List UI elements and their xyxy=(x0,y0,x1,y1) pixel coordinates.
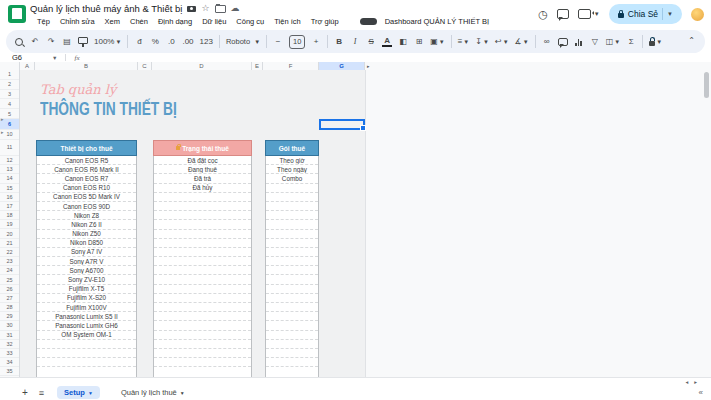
package-cell[interactable] xyxy=(266,303,318,312)
row-header[interactable]: 20 xyxy=(0,229,19,238)
row-header[interactable]: 16 xyxy=(0,193,19,202)
device-cell[interactable]: Sony ZV-E10 xyxy=(37,275,136,284)
status-cell[interactable] xyxy=(154,257,251,266)
merge-cells-icon[interactable]: ▣▼ xyxy=(430,38,445,46)
status-cell[interactable] xyxy=(154,358,251,367)
row-header[interactable]: 28 xyxy=(0,303,19,312)
device-cell[interactable] xyxy=(37,349,136,358)
row-group-collapse-icon[interactable]: ▸ xyxy=(1,130,4,135)
package-cell[interactable] xyxy=(266,239,318,248)
row-header[interactable]: 1 xyxy=(0,70,19,80)
tab-setup[interactable]: Setup▼ xyxy=(57,386,100,399)
select-all-corner[interactable] xyxy=(0,62,20,70)
package-cell[interactable] xyxy=(266,257,318,266)
row-header[interactable]: 30 xyxy=(0,321,19,330)
device-cell[interactable]: Panasonic Lumix GH6 xyxy=(37,321,136,330)
status-cell[interactable] xyxy=(154,312,251,321)
borders-icon[interactable]: ⊞ xyxy=(414,38,424,46)
status-cell[interactable] xyxy=(154,239,251,248)
package-cell[interactable] xyxy=(266,211,318,220)
row-header[interactable]: 23 xyxy=(0,257,19,266)
device-cell[interactable] xyxy=(37,340,136,349)
col-header-f[interactable]: F xyxy=(263,62,319,70)
redo-icon[interactable]: ↷ xyxy=(46,38,56,46)
device-cell[interactable]: Fujifilm X-T5 xyxy=(37,285,136,294)
device-cell[interactable]: Sony A7R V xyxy=(37,257,136,266)
increase-decimal-icon[interactable]: .00 xyxy=(182,38,193,46)
row-header[interactable]: 34 xyxy=(0,358,19,367)
package-cell[interactable] xyxy=(266,358,318,367)
comments-icon[interactable] xyxy=(557,9,569,19)
row-header[interactable]: 33 xyxy=(0,349,19,358)
package-cell[interactable] xyxy=(266,184,318,193)
italic-icon[interactable]: I xyxy=(350,38,360,46)
undo-icon[interactable]: ↶ xyxy=(30,38,40,46)
meet-dropdown-icon[interactable]: ▼ xyxy=(594,11,600,17)
device-cell[interactable]: Nikon Z50 xyxy=(37,230,136,239)
status-cell[interactable] xyxy=(154,230,251,239)
vertical-scrollbar[interactable] xyxy=(704,72,709,372)
col-header-c[interactable]: C xyxy=(138,62,152,70)
package-cell[interactable]: Theo ngày xyxy=(266,165,318,174)
status-cell[interactable]: Đã hủy xyxy=(154,184,251,193)
status-cell[interactable] xyxy=(154,321,251,330)
table-views-icon[interactable]: ◫▼ xyxy=(606,38,621,46)
device-cell[interactable]: Canon EOS R7 xyxy=(37,174,136,183)
status-cell[interactable] xyxy=(154,303,251,312)
device-cell[interactable]: Fujifilm X-S20 xyxy=(37,294,136,303)
device-cell[interactable]: Canon EOS R10 xyxy=(37,184,136,193)
devices-table-header[interactable]: Thiết bị cho thuê xyxy=(36,140,137,156)
package-cell[interactable] xyxy=(266,294,318,303)
strikethrough-icon[interactable]: S xyxy=(366,38,376,46)
status-cell[interactable] xyxy=(154,367,251,376)
row-header[interactable]: 11 xyxy=(0,140,19,156)
device-cell[interactable]: Sony A6700 xyxy=(37,266,136,275)
decrease-decimal-icon[interactable]: .0 xyxy=(166,38,176,46)
text-rotation-icon[interactable]: ∡▼ xyxy=(515,38,529,46)
status-cell[interactable] xyxy=(154,220,251,229)
increase-font-icon[interactable]: + xyxy=(311,38,321,46)
row-header[interactable]: 15 xyxy=(0,184,19,193)
package-cell[interactable] xyxy=(266,340,318,349)
status-cell[interactable] xyxy=(154,294,251,303)
text-wrap-icon[interactable]: ↩▼ xyxy=(495,38,509,46)
menu-item[interactable]: Trợ giúp xyxy=(306,16,344,27)
paint-format-icon[interactable] xyxy=(78,37,88,44)
font-select[interactable]: Roboto ▼ xyxy=(226,38,260,46)
status-cell[interactable] xyxy=(154,211,251,220)
row-header[interactable]: 19 xyxy=(0,220,19,229)
status-table-header[interactable]: Trạng thái thuê xyxy=(153,140,252,156)
device-cell[interactable]: Canon EOS R6 Mark II xyxy=(37,165,136,174)
status-cell[interactable] xyxy=(154,340,251,349)
name-box-dropdown-icon[interactable]: ▼ xyxy=(52,55,57,61)
name-box[interactable]: G6 xyxy=(0,53,50,62)
decrease-font-icon[interactable]: − xyxy=(273,38,283,46)
row-header[interactable]: 12 xyxy=(0,156,19,165)
package-cell[interactable]: Combo xyxy=(266,174,318,183)
row-header[interactable]: 3 xyxy=(0,90,19,100)
package-cell[interactable] xyxy=(266,312,318,321)
link-icon[interactable]: ∞ xyxy=(542,38,552,46)
history-icon[interactable]: ◷ xyxy=(538,9,548,20)
status-cell[interactable] xyxy=(154,349,251,358)
meet-icon[interactable] xyxy=(578,9,591,19)
device-cell[interactable]: Canon EOS R5 xyxy=(37,156,136,165)
menu-item[interactable]: Tiện ích xyxy=(269,16,305,27)
package-cell[interactable] xyxy=(266,275,318,284)
share-button[interactable]: Chia Sẻ ▼ xyxy=(609,4,682,24)
device-cell[interactable]: Canon EOS 5D Mark IV xyxy=(37,193,136,202)
col-header-d[interactable]: D xyxy=(152,62,252,70)
package-cell[interactable] xyxy=(266,202,318,211)
menu-item[interactable]: Chỉnh sửa xyxy=(55,16,100,27)
row-header[interactable]: 2 xyxy=(0,80,19,90)
protect-icon[interactable] xyxy=(649,41,655,46)
device-cell[interactable] xyxy=(37,367,136,376)
row-header[interactable]: 27 xyxy=(0,294,19,303)
col-header-e[interactable]: E xyxy=(252,62,263,70)
package-cell[interactable]: Theo giờ xyxy=(266,156,318,165)
device-cell[interactable]: Sony A7 IV xyxy=(37,248,136,257)
package-cell[interactable] xyxy=(266,220,318,229)
device-cell[interactable]: Nikon D850 xyxy=(37,239,136,248)
vertical-align-icon[interactable]: ↧▼ xyxy=(475,38,489,46)
device-cell[interactable]: Nikon Z8 xyxy=(37,211,136,220)
